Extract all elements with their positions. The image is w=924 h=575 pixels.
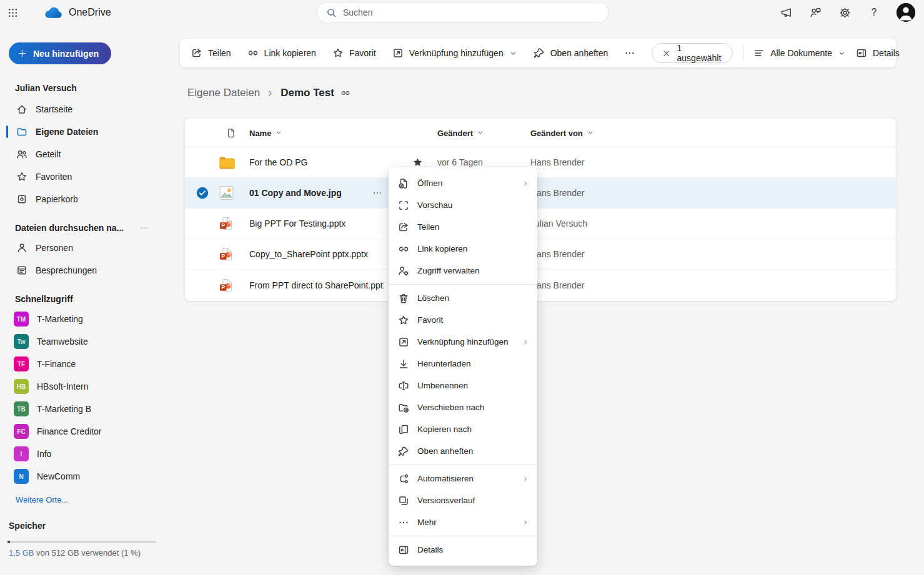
chevron-down-icon bbox=[275, 129, 282, 137]
quick-access-label: Finance Creditor bbox=[37, 426, 102, 436]
shared-link-icon bbox=[340, 88, 350, 98]
sidebar-item-label: Personen bbox=[36, 243, 73, 253]
menu-divider bbox=[389, 284, 537, 285]
sidebar-item-favoriten[interactable]: Favoriten bbox=[7, 165, 160, 188]
quick-access-label: T-Marketing bbox=[37, 314, 83, 324]
svg-text:P: P bbox=[222, 285, 226, 290]
account-avatar[interactable] bbox=[897, 3, 915, 22]
sidebar-item-personen[interactable]: Personen bbox=[7, 237, 160, 259]
column-header-name[interactable]: Name bbox=[249, 128, 282, 137]
row-more-actions-button[interactable] bbox=[372, 188, 382, 198]
menu-item-details[interactable]: Details bbox=[389, 539, 537, 561]
announcements-icon[interactable] bbox=[779, 6, 793, 19]
menu-item-kopieren-nach[interactable]: Kopieren nach bbox=[389, 418, 537, 440]
menu-item-favorit[interactable]: Favorit bbox=[389, 309, 537, 331]
waffle-menu-button[interactable] bbox=[0, 0, 25, 25]
quick-access-item-teamwebsite[interactable]: Tw Teamwebsite bbox=[7, 330, 160, 353]
share-icon bbox=[191, 47, 202, 59]
menu-divider bbox=[389, 536, 537, 536]
menu-item-verknuepfung-hinzufuegen[interactable]: Verknüpfung hinzufügen bbox=[389, 331, 537, 353]
table-row[interactable]: 01 Copy and Move.jpg Hans Brender bbox=[185, 178, 896, 209]
add-shortcut-button[interactable]: Verknüpfung hinzufügen bbox=[392, 47, 517, 59]
preview-icon bbox=[398, 200, 409, 211]
manage-access-icon bbox=[398, 265, 409, 277]
menu-item-verschieben-nach[interactable]: Verschieben nach bbox=[389, 396, 537, 418]
menu-item-umbenennen[interactable]: Umbenennen bbox=[389, 375, 537, 396]
quick-access-item-hbsoft-intern[interactable]: HB HBsoft-Intern bbox=[7, 375, 160, 398]
sidebar-item-geteilt[interactable]: Geteilt bbox=[7, 143, 160, 165]
menu-item-oeffnen[interactable]: Öffnen bbox=[389, 172, 537, 194]
folder-icon bbox=[16, 126, 27, 137]
menu-item-automatisieren[interactable]: Automatisieren bbox=[389, 468, 537, 489]
search-input[interactable] bbox=[343, 7, 600, 17]
menu-item-herunterladen[interactable]: Herunterladen bbox=[389, 353, 537, 375]
column-header-modified[interactable]: Geändert bbox=[437, 128, 484, 137]
command-bar: Teilen Link kopieren Favorit Verknüpfung… bbox=[180, 39, 896, 67]
clear-selection-icon[interactable] bbox=[662, 49, 670, 58]
submenu-chevron-icon bbox=[522, 180, 529, 187]
selection-count-pill[interactable]: 1 ausgewählt bbox=[652, 43, 733, 63]
sidebar-item-eigene-dateien[interactable]: Eigene Dateien bbox=[7, 120, 160, 143]
modified-by-cell: Julian Versuch bbox=[530, 219, 587, 229]
view-selector-button[interactable]: Alle Dokumente bbox=[753, 47, 846, 59]
settings-gear-icon[interactable] bbox=[838, 6, 852, 19]
list-view-icon bbox=[753, 47, 765, 59]
sidebar-item-startseite[interactable]: Startseite bbox=[7, 98, 160, 120]
quick-access-item-finance-creditor[interactable]: FC Finance Creditor bbox=[7, 420, 160, 443]
menu-item-vorschau[interactable]: Vorschau bbox=[389, 194, 537, 216]
add-new-label: Neu hinzufügen bbox=[33, 49, 99, 59]
pin-to-top-button[interactable]: Oben anheften bbox=[534, 47, 609, 59]
quick-access-item-t-marketing-b[interactable]: TB T-Marketing B bbox=[7, 398, 160, 420]
favorite-button[interactable]: Favorit bbox=[332, 47, 376, 59]
table-row[interactable]: P Copy_to_SharePoint pptx.pptx Hans Bren… bbox=[185, 239, 896, 270]
menu-item-zugriff-verwalten[interactable]: Zugriff verwalten bbox=[389, 260, 537, 282]
menu-item-oben-anheften[interactable]: Oben anheften bbox=[389, 440, 537, 462]
site-tile: I bbox=[14, 446, 29, 461]
modified-by-cell: Hans Brender bbox=[530, 280, 584, 290]
menu-item-versionsverlauf[interactable]: Versionsverlauf bbox=[389, 489, 537, 511]
powerpoint-file-icon: P bbox=[219, 247, 234, 262]
powerpoint-file-icon: P bbox=[219, 216, 234, 231]
quick-access-item-info[interactable]: I Info bbox=[7, 443, 160, 465]
menu-item-link-kopieren[interactable]: Link kopieren bbox=[389, 238, 537, 260]
sidebar-item-label: Geteilt bbox=[36, 149, 61, 159]
context-menu: Öffnen Vorschau Teilen Link kopieren Zug… bbox=[389, 167, 537, 566]
feedback-icon[interactable] bbox=[808, 6, 822, 19]
share-button[interactable]: Teilen bbox=[191, 47, 231, 59]
menu-item-loeschen[interactable]: Löschen bbox=[389, 287, 537, 309]
share-icon bbox=[398, 222, 409, 233]
breadcrumb-parent[interactable]: Eigene Dateien bbox=[187, 87, 260, 99]
copy-to-icon bbox=[398, 424, 409, 435]
onedrive-logo[interactable]: OneDrive bbox=[44, 6, 111, 19]
more-actions-button[interactable] bbox=[624, 47, 635, 59]
favorite-star-icon[interactable] bbox=[412, 157, 423, 168]
menu-item-mehr[interactable]: Mehr bbox=[389, 511, 537, 533]
selected-check-icon[interactable] bbox=[196, 187, 209, 199]
section-more-icon[interactable] bbox=[140, 224, 149, 232]
file-name: For the OD PG bbox=[249, 157, 307, 167]
sidebar-item-besprechungen[interactable]: Besprechungen bbox=[7, 259, 160, 282]
details-pane-button[interactable]: Details bbox=[856, 47, 900, 59]
search-bar[interactable] bbox=[317, 2, 609, 23]
more-places-link[interactable]: Weitere Orte... bbox=[16, 495, 68, 504]
quick-access-item-t-finance[interactable]: TF T-Finance bbox=[7, 353, 160, 375]
file-list: Name Geändert Geändert von For the OD PG… bbox=[185, 119, 896, 301]
copy-link-button[interactable]: Link kopieren bbox=[247, 47, 316, 59]
table-row[interactable]: P From PPT direct to SharePoint.pptx Han… bbox=[185, 270, 896, 300]
column-header-modified-by[interactable]: Geändert von bbox=[530, 128, 594, 137]
breadcrumb-current[interactable]: Demo Test bbox=[281, 87, 334, 99]
app-name: OneDrive bbox=[69, 7, 111, 18]
sidebar-item-papierkorb[interactable]: Papierkorb bbox=[7, 188, 160, 210]
add-new-button[interactable]: Neu hinzufügen bbox=[9, 42, 111, 64]
table-row[interactable]: For the OD PG vor 6 Tagen Hans Brender bbox=[185, 147, 896, 178]
table-row[interactable]: P Big PPT For Testing.pptx Julian Versuc… bbox=[185, 209, 896, 239]
quick-access-item-newcomm[interactable]: N NewComm bbox=[7, 465, 160, 488]
help-icon[interactable]: ? bbox=[867, 6, 881, 19]
menu-item-teilen[interactable]: Teilen bbox=[389, 216, 537, 238]
modified-by-cell: Hans Brender bbox=[530, 188, 584, 198]
calendar-icon bbox=[16, 265, 27, 276]
add-shortcut-icon bbox=[392, 47, 404, 59]
file-type-column-icon[interactable] bbox=[226, 128, 236, 138]
file-list-header: Name Geändert Geändert von bbox=[185, 119, 896, 147]
quick-access-item-t-marketing[interactable]: TM T-Marketing bbox=[7, 308, 160, 330]
